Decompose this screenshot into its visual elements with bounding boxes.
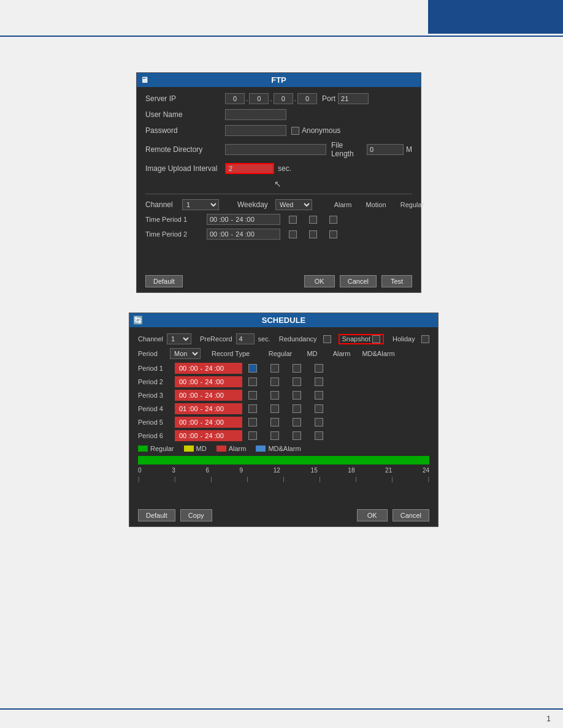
time-period-2-alarm-cb[interactable] bbox=[289, 230, 297, 238]
period-3-time[interactable]: 00 :00 - 24 :00 bbox=[175, 390, 242, 401]
period-6-regular-cb[interactable] bbox=[248, 431, 257, 440]
period-4-time[interactable]: 01 :00 - 24 :00 bbox=[175, 403, 242, 414]
period-3-md-cb[interactable] bbox=[270, 391, 279, 400]
ftp-default-button[interactable]: Default bbox=[145, 275, 183, 287]
period-3-label: Period 3 bbox=[138, 392, 175, 399]
time-period-1-motion-cb[interactable] bbox=[309, 216, 317, 224]
password-input[interactable] bbox=[225, 125, 286, 136]
ftp-test-button[interactable]: Test bbox=[381, 275, 412, 287]
period-1-alarm-cb[interactable] bbox=[293, 364, 301, 373]
period-2-end: 24 :00 bbox=[205, 378, 224, 385]
weekday-row: Weekday Wed bbox=[237, 199, 312, 210]
image-upload-label: Image Upload Interval bbox=[145, 164, 225, 173]
period-4-alarm-cb[interactable] bbox=[293, 404, 301, 413]
period-6-time[interactable]: 00 :00 - 24 :00 bbox=[175, 430, 242, 441]
period-2-md-cb[interactable] bbox=[270, 377, 279, 386]
legend-md-alarm-label: MD&Alarm bbox=[268, 445, 301, 452]
sched-redundancy-cb[interactable] bbox=[323, 335, 331, 343]
time-period-1-regular-cb[interactable] bbox=[329, 216, 337, 224]
time-period-2-input[interactable]: 00 :00 - 24 :00 bbox=[207, 229, 280, 240]
file-length-input[interactable] bbox=[367, 144, 404, 155]
remote-dir-input[interactable] bbox=[225, 144, 326, 155]
ip-sep-2: . bbox=[270, 94, 272, 103]
ftp-ok-button[interactable]: OK bbox=[304, 275, 335, 287]
ip-oct3[interactable] bbox=[274, 93, 293, 104]
period-5-time[interactable]: 00 :00 - 24 :00 bbox=[175, 417, 242, 428]
tick-mark: | bbox=[392, 476, 393, 482]
period-3-md-alarm-cb[interactable] bbox=[315, 391, 323, 400]
period-3-alarm-cb[interactable] bbox=[293, 391, 301, 400]
period-1-time[interactable]: 00 :00 - 24 :00 bbox=[175, 363, 242, 374]
sched-period-select[interactable]: Mon bbox=[170, 348, 201, 359]
period-2-start: 00 :00 bbox=[179, 378, 198, 385]
top-rule bbox=[0, 36, 563, 37]
period-2-regular-cb[interactable] bbox=[248, 377, 257, 386]
period-2-label: Period 2 bbox=[138, 378, 175, 385]
period-5-md-cb[interactable] bbox=[270, 418, 279, 427]
time-period-2-regular-cb[interactable] bbox=[329, 230, 337, 238]
anonymous-label[interactable]: Anonymous bbox=[291, 126, 340, 135]
period-2-alarm-cb[interactable] bbox=[293, 377, 301, 386]
period-5-md-alarm-cb[interactable] bbox=[315, 418, 323, 427]
sched-holiday-cb[interactable] bbox=[421, 335, 429, 343]
schedule-spacer bbox=[138, 483, 429, 496]
period-4-sep: - bbox=[201, 405, 203, 412]
period-4-regular-cb[interactable] bbox=[248, 404, 257, 413]
period-6-label: Period 6 bbox=[138, 432, 175, 439]
period-2-md-alarm-cb[interactable] bbox=[315, 377, 323, 386]
username-input[interactable] bbox=[225, 109, 286, 120]
period-4-md-alarm-cb[interactable] bbox=[315, 404, 323, 413]
ip-oct4[interactable] bbox=[297, 93, 317, 104]
weekday-select[interactable]: Wed bbox=[275, 199, 312, 210]
anonymous-checkbox[interactable] bbox=[291, 127, 299, 135]
image-upload-input[interactable] bbox=[225, 163, 274, 174]
period-4-start: 01 :00 bbox=[179, 405, 198, 412]
ip-oct2[interactable] bbox=[249, 93, 269, 104]
sched-channel-select[interactable]: 1 bbox=[167, 333, 191, 344]
time-period-2-motion-cb[interactable] bbox=[309, 230, 317, 238]
sched-prerecord-input[interactable] bbox=[236, 333, 255, 344]
period-6-sep: - bbox=[201, 432, 203, 439]
period-1-label: Period 1 bbox=[138, 365, 175, 372]
schedule-ok-button[interactable]: OK bbox=[357, 509, 388, 521]
period-2-time[interactable]: 00 :00 - 24 :00 bbox=[175, 376, 242, 387]
ftp-title: FTP bbox=[142, 75, 416, 85]
schedule-title: SCHEDULE bbox=[134, 316, 433, 325]
time-period-1-end: 24 :00 bbox=[236, 216, 255, 223]
period-5-regular-cb[interactable] bbox=[248, 418, 257, 427]
time-period-1-sep: - bbox=[231, 216, 234, 223]
remote-dir-label: Remote Directory bbox=[145, 145, 225, 154]
tick-row: | | | | | | | | | bbox=[138, 475, 429, 483]
period-6-alarm-cb[interactable] bbox=[293, 431, 301, 440]
legend-alarm-label: Alarm bbox=[229, 445, 247, 452]
ip-oct1[interactable] bbox=[225, 93, 245, 104]
time-period-1-alarm-cb[interactable] bbox=[289, 216, 297, 224]
tl-3: 3 bbox=[172, 467, 175, 474]
period-1-end: 24 :00 bbox=[205, 365, 224, 372]
tl-9: 9 bbox=[240, 467, 243, 474]
period-1-regular-cb[interactable] bbox=[248, 364, 257, 373]
period-1-md-cb[interactable] bbox=[270, 364, 279, 373]
sched-record-type-label: Record Type bbox=[212, 350, 261, 357]
period-5-alarm-cb[interactable] bbox=[293, 418, 301, 427]
period-6-md-cb[interactable] bbox=[270, 431, 279, 440]
period-5-checkboxes bbox=[248, 418, 323, 427]
ftp-cancel-button[interactable]: Cancel bbox=[340, 275, 377, 287]
period-3-regular-cb[interactable] bbox=[248, 391, 257, 400]
time-period-1-input[interactable]: 00 :00 - 24 :00 bbox=[207, 214, 280, 225]
sched-snapshot-cb[interactable] bbox=[372, 335, 380, 343]
port-input[interactable] bbox=[338, 93, 369, 104]
schedule-col-headers: Alarm Motion Regular bbox=[331, 199, 427, 210]
image-upload-row: Image Upload Interval sec. bbox=[145, 163, 412, 174]
period-1-md-alarm-cb[interactable] bbox=[315, 364, 323, 373]
md-alarm-header: MD&Alarm bbox=[359, 350, 398, 357]
schedule-cancel-button[interactable]: Cancel bbox=[393, 509, 429, 521]
period-4-md-cb[interactable] bbox=[270, 404, 279, 413]
period-6-md-alarm-cb[interactable] bbox=[315, 431, 323, 440]
schedule-copy-button[interactable]: Copy bbox=[180, 509, 212, 521]
channel-select[interactable]: 1 bbox=[182, 199, 219, 210]
schedule-default-button[interactable]: Default bbox=[138, 509, 175, 521]
period-2-checkboxes bbox=[248, 377, 323, 386]
time-period-2-sep: - bbox=[231, 230, 234, 238]
password-label: Password bbox=[145, 126, 225, 135]
